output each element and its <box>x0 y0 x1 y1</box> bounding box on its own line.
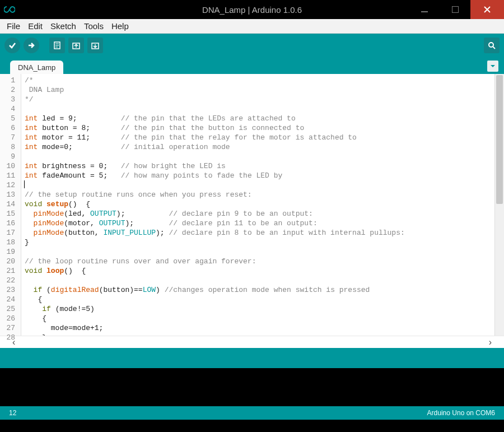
scroll-right-icon[interactable]: › <box>489 337 492 347</box>
tab-active[interactable]: DNA_Lamp <box>10 61 63 74</box>
close-button[interactable] <box>470 0 504 19</box>
code-line: pinMode(led, OUTPUT); // declare pin 9 t… <box>25 209 492 219</box>
code-line <box>25 276 492 285</box>
code-line: mode=mode+1; <box>25 323 492 333</box>
tab-row: DNA_Lamp <box>0 57 504 74</box>
code-line: pinMode(button, INPUT_PULLUP); // declar… <box>25 228 492 238</box>
code-line: pinMode(motor, OUTPUT); // declare pin 1… <box>25 219 492 228</box>
menu-help[interactable]: Help <box>108 20 132 32</box>
code-line: int button = 8; // the pin that the butt… <box>25 123 492 133</box>
line-gutter: 1234567891011121314151617181920212223242… <box>0 74 21 336</box>
code-line: if (mode!=5) <box>25 304 492 314</box>
code-area[interactable]: /* DNA Lamp*/ int led = 9; // the pin th… <box>21 74 494 336</box>
svg-point-5 <box>489 43 493 47</box>
upload-button[interactable] <box>24 38 39 53</box>
code-line: /* <box>25 76 492 85</box>
code-line <box>25 180 492 190</box>
code-line: void setup() { <box>25 199 492 209</box>
code-line <box>25 247 492 257</box>
code-line: { <box>25 314 492 323</box>
code-line <box>25 104 492 114</box>
maximize-button[interactable] <box>440 0 470 19</box>
app-window: DNA_Lamp | Arduino 1.0.6 File Edit Sketc… <box>0 0 504 432</box>
code-line: } <box>25 238 492 247</box>
new-button[interactable] <box>49 38 65 53</box>
status-board-port: Arduino Uno on COM6 <box>427 409 495 417</box>
open-button[interactable] <box>68 38 84 53</box>
titlebar: DNA_Lamp | Arduino 1.0.6 <box>0 0 504 19</box>
menu-sketch[interactable]: Sketch <box>47 20 80 32</box>
menu-file[interactable]: File <box>3 20 24 32</box>
minimize-button[interactable] <box>409 0 440 19</box>
console[interactable] <box>0 368 504 406</box>
window-controls <box>409 0 504 19</box>
message-bar <box>0 348 504 368</box>
statusbar: 12 Arduino Uno on COM6 <box>0 406 504 420</box>
tab-menu-button[interactable] <box>487 61 498 72</box>
code-line: { <box>25 295 492 304</box>
code-line: // the setup routine runs once when you … <box>25 190 492 199</box>
code-line <box>25 152 492 161</box>
toolbar <box>0 34 504 57</box>
code-line: int mode=0; // initial operation mode <box>25 142 492 152</box>
editor: 1234567891011121314151617181920212223242… <box>0 74 504 336</box>
svg-rect-0 <box>421 11 428 12</box>
verify-button[interactable] <box>4 38 20 53</box>
code-line: if (digitalRead(button)==LOW) //changes … <box>25 285 492 295</box>
code-line: // the loop routine runs over and over a… <box>25 257 492 266</box>
horizontal-scrollbar[interactable]: ‹ › <box>0 336 504 348</box>
menu-tools[interactable]: Tools <box>81 20 107 32</box>
code-line: int led = 9; // the pin that the LEDs ar… <box>25 114 492 123</box>
code-line: void loop() { <box>25 266 492 276</box>
code-line: int motor = 11; // the pin that the rela… <box>25 133 492 142</box>
vertical-scrollbar[interactable] <box>494 74 504 336</box>
save-button[interactable] <box>87 38 103 53</box>
code-line: } <box>25 333 492 336</box>
vertical-scroll-thumb[interactable] <box>496 75 503 204</box>
app-icon <box>0 0 19 19</box>
serial-monitor-button[interactable] <box>484 38 500 53</box>
menu-edit[interactable]: Edit <box>25 20 46 32</box>
menubar: File Edit Sketch Tools Help <box>0 19 504 34</box>
code-line: int fadeAmount = 5; // how many points t… <box>25 171 492 180</box>
code-line: */ <box>25 95 492 104</box>
code-line: int brightness = 0; // how bright the LE… <box>25 161 492 171</box>
status-line-number: 12 <box>9 409 16 417</box>
svg-rect-1 <box>452 6 459 13</box>
code-line: DNA Lamp <box>25 85 492 95</box>
